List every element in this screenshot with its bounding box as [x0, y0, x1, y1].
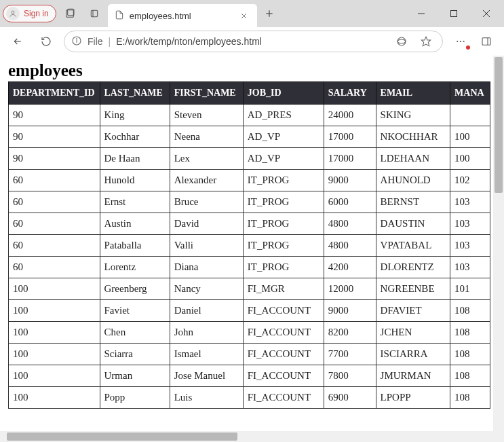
table-cell: 103 [450, 191, 490, 213]
table-cell: 100 [9, 365, 100, 387]
table-cell: Nancy [170, 278, 243, 300]
table-cell: 60 [9, 191, 100, 213]
table-cell: 60 [9, 235, 100, 257]
table-cell: FI_MGR [243, 278, 324, 300]
back-button[interactable] [7, 31, 28, 52]
table-cell: FI_ACCOUNT [243, 387, 324, 409]
close-tab-button[interactable] [238, 10, 250, 22]
table-cell: 100 [450, 148, 490, 170]
table-cell: Alexander [170, 170, 243, 191]
table-cell: LPOPP [376, 387, 450, 409]
table-cell: John [170, 322, 243, 344]
url-scheme-label: File [88, 36, 103, 47]
table-row: 60LorentzDianaIT_PROG4200DLORENTZ103 [9, 257, 490, 278]
table-cell: BERNST [376, 191, 450, 213]
vertical-scroll-thumb[interactable] [495, 57, 503, 193]
table-cell: Pataballa [100, 235, 170, 257]
window-close-button[interactable] [471, 3, 501, 24]
table-row: 100UrmanJose ManuelFI_ACCOUNT7800JMURMAN… [9, 365, 490, 387]
table-cell: IT_PROG [243, 213, 324, 235]
sidebar-toggle-button[interactable] [476, 31, 497, 52]
refresh-button[interactable] [35, 31, 57, 52]
vertical-tabs-icon[interactable] [83, 3, 105, 24]
page-content: employees DEPARTMENT_IDLAST_NAMEFIRST_NA… [0, 56, 493, 431]
favorite-button[interactable] [416, 32, 435, 51]
signin-button[interactable]: Sign in [3, 5, 56, 22]
table-cell: 9000 [324, 170, 376, 191]
svg-point-17 [398, 37, 406, 45]
svg-rect-3 [91, 10, 97, 16]
table-cell: IT_PROG [243, 235, 324, 257]
table-row: 100SciarraIsmaelFI_ACCOUNT7700ISCIARRA10… [9, 344, 490, 365]
tab-title: employees.html [130, 11, 191, 21]
table-cell: David [170, 213, 243, 235]
table-cell: NKOCHHAR [376, 126, 450, 148]
table-cell: Daniel [170, 300, 243, 322]
table-cell: 102 [450, 170, 490, 191]
table-row: 60ErnstBruceIT_PROG6000BERNST103 [9, 191, 490, 213]
svg-marker-18 [421, 37, 430, 45]
table-cell: FI_ACCOUNT [243, 344, 324, 365]
table-cell: Neena [170, 126, 243, 148]
tracking-prevention-icon[interactable] [392, 32, 411, 51]
table-cell: 103 [450, 213, 490, 235]
svg-point-16 [76, 38, 77, 39]
table-cell: 103 [450, 257, 490, 278]
table-cell: IT_PROG [243, 170, 324, 191]
table-cell: DLORENTZ [376, 257, 450, 278]
settings-more-button[interactable] [450, 31, 471, 52]
table-cell: 4800 [324, 235, 376, 257]
table-row: 90KochharNeenaAD_VP17000NKOCHHAR100 [9, 126, 490, 148]
table-cell: Luis [170, 387, 243, 409]
table-cell: De Haan [100, 148, 170, 170]
address-bar[interactable]: File | E:/work/temp/nton/employees.html [64, 31, 443, 52]
table-row: 90De HaanLexAD_VP17000LDEHAAN100 [9, 148, 490, 170]
table-cell: Urman [100, 365, 170, 387]
table-cell: Greenberg [100, 278, 170, 300]
table-cell: 103 [450, 235, 490, 257]
page-title: employees [8, 61, 490, 80]
vertical-scrollbar[interactable] [493, 56, 504, 431]
table-row: 100FavietDanielFI_ACCOUNT9000DFAVIET108 [9, 300, 490, 322]
table-cell: 24000 [324, 105, 376, 126]
new-tab-button[interactable] [260, 4, 279, 23]
table-cell: 7700 [324, 344, 376, 365]
table-cell: Steven [170, 105, 243, 126]
table-cell: 100 [9, 300, 100, 322]
table-cell: 108 [450, 387, 490, 409]
table-cell: Ismael [170, 344, 243, 365]
table-cell: 100 [450, 126, 490, 148]
table-cell: 6000 [324, 191, 376, 213]
column-header: JOB_ID [243, 82, 324, 105]
table-cell: DFAVIET [376, 300, 450, 322]
table-cell: IT_PROG [243, 257, 324, 278]
table-cell: 60 [9, 213, 100, 235]
column-header: SALARY [324, 82, 376, 105]
table-cell: 90 [9, 105, 100, 126]
horizontal-scroll-thumb[interactable] [7, 432, 237, 441]
table-cell: Lorentz [100, 257, 170, 278]
table-cell: VPATABAL [376, 235, 450, 257]
table-cell: Lex [170, 148, 243, 170]
workspaces-icon[interactable] [59, 3, 81, 24]
horizontal-scrollbar[interactable] [0, 431, 493, 442]
page-viewport: employees DEPARTMENT_IDLAST_NAMEFIRST_NA… [0, 56, 504, 442]
employees-table: DEPARTMENT_IDLAST_NAMEFIRST_NAMEJOB_IDSA… [8, 81, 490, 409]
window-maximize-button[interactable] [439, 3, 469, 24]
table-cell: LDEHAAN [376, 148, 450, 170]
browser-tab[interactable]: employees.html [108, 4, 257, 27]
table-row: 90KingStevenAD_PRES24000SKING [9, 105, 490, 126]
table-cell: Austin [100, 213, 170, 235]
signin-label: Sign in [24, 9, 49, 18]
table-cell: Jose Manuel [170, 365, 243, 387]
column-header: EMAIL [376, 82, 450, 105]
column-header: MANA [450, 82, 490, 105]
table-row: 60PataballaValliIT_PROG4800VPATABAL103 [9, 235, 490, 257]
table-cell: AHUNOLD [376, 170, 450, 191]
table-cell: Sciarra [100, 344, 170, 365]
table-cell: 4200 [324, 257, 376, 278]
url-separator: | [109, 36, 111, 47]
table-cell: 100 [9, 344, 100, 365]
window-minimize-button[interactable] [406, 3, 436, 24]
table-cell: 9000 [324, 300, 376, 322]
